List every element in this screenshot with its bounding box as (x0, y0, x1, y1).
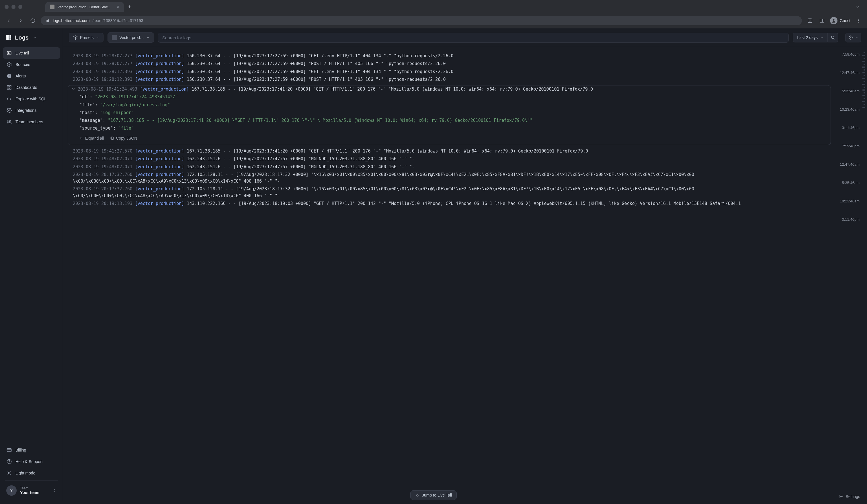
json-key: "dt": (79, 94, 92, 99)
json-field[interactable]: "file": "/var/log/nginx/access.log" (68, 101, 831, 109)
json-value: "167.71.38.185 - - [19/Aug/2023:17:41:20… (108, 118, 533, 123)
svg-rect-12 (7, 88, 9, 89)
timeline-label: 5:35:46am (842, 89, 859, 93)
chevron-down-icon (855, 36, 858, 39)
browser-tab[interactable]: Vector production | Better Stac… × (45, 2, 124, 12)
json-field[interactable]: "host": "log-shipper" (68, 109, 831, 117)
timeline-label: 12:47:46am (840, 71, 859, 75)
sidebar-item-team-members[interactable]: Team members (3, 116, 60, 128)
copy-json-button[interactable]: Copy JSON (110, 135, 137, 142)
close-window-icon[interactable] (4, 5, 9, 9)
json-field[interactable]: "message": "167.71.38.185 - - [19/Aug/20… (68, 117, 831, 125)
forward-button[interactable] (17, 17, 25, 25)
time-range-button[interactable]: Last 2 days (793, 33, 828, 42)
json-field[interactable]: "dt": "2023-08-19T17:41:24.493345142Z" (68, 93, 831, 101)
tab-bar: Vector production | Better Stac… × + (0, 0, 867, 14)
install-app-icon[interactable] (806, 17, 814, 25)
chevron-down-icon (33, 35, 37, 40)
log-line[interactable]: 2023-08-19 20:17:32.760 [vector_producti… (67, 171, 832, 185)
menu-icon[interactable] (854, 17, 863, 25)
sidebar-nav: Live tail Sources Alerts Dashboards Expl… (0, 45, 63, 443)
reload-button[interactable] (29, 17, 37, 25)
log-line[interactable]: 2023-08-19 19:41:27.570 [vector_producti… (67, 147, 832, 155)
chevron-down-icon (820, 36, 823, 39)
sidebar-item-alerts[interactable]: Alerts (3, 70, 60, 82)
search-button[interactable] (828, 33, 838, 42)
svg-point-23 (840, 496, 842, 497)
log-message: 162.243.151.6 - - [19/Aug/2023:17:47:57 … (186, 156, 415, 161)
log-line[interactable]: 2023-08-19 19:48:02.071 [vector_producti… (67, 155, 832, 163)
log-message: 143.110.222.166 - - [19/Aug/2023:18:19:0… (186, 201, 741, 206)
close-tab-icon[interactable]: × (117, 4, 119, 10)
team-avatar: Y (6, 485, 17, 496)
timeline-label: 12:47:46am (840, 162, 859, 167)
window-traffic-lights[interactable] (4, 5, 22, 9)
sidebar-item-light-mode[interactable]: Light mode (3, 467, 60, 479)
toolbar: Presets Vector prod… Last 2 days (63, 28, 867, 47)
log-source: [vector_production] (135, 69, 184, 74)
side-panel-icon[interactable] (818, 17, 826, 25)
log-source: [vector_production] (135, 53, 184, 58)
sidebar-item-live-tail[interactable]: Live tail (3, 47, 60, 59)
log-line[interactable]: 2023-08-19 19:48:02.071 [vector_producti… (67, 163, 832, 171)
sidebar-item-explore-sql[interactable]: Explore with SQL (3, 93, 60, 105)
log-line[interactable]: 2023-08-19 19:28:07.277 [vector_producti… (67, 60, 832, 68)
expand-all-button[interactable]: Expand all (79, 135, 104, 142)
jump-to-live-tail-button[interactable]: Jump to Live Tail (410, 490, 457, 500)
sidebar-item-label: Sources (15, 62, 30, 67)
log-timestamp: 2023-08-19 20:17:32.760 (73, 186, 132, 192)
timeline-label: 7:59:46pm (842, 52, 859, 56)
recent-queries-button[interactable] (845, 33, 861, 42)
source-selector[interactable]: Vector prod… (107, 32, 154, 43)
sidebar-item-help[interactable]: Help & Support (3, 456, 60, 467)
chevron-down-icon (96, 36, 99, 39)
log-source: [vector_production] (135, 172, 184, 177)
logo[interactable]: Logs (0, 30, 63, 45)
search-field[interactable] (162, 35, 784, 40)
tabs-overflow-icon[interactable] (856, 4, 860, 9)
search-input[interactable] (158, 33, 789, 43)
log-list[interactable]: 2023-08-19 19:28:07.277 [vector_producti… (63, 47, 835, 502)
log-line[interactable]: 2023-08-19 20:19:13.193 [vector_producti… (67, 200, 832, 207)
team-switcher[interactable]: Y Team Your team (3, 482, 60, 498)
settings-button[interactable]: Settings (839, 494, 860, 499)
log-source: [vector_production] (135, 77, 184, 82)
log-line[interactable]: 2023-08-19 20:17:32.760 [vector_producti… (67, 185, 832, 200)
svg-point-14 (9, 110, 10, 111)
json-field[interactable]: "source_type": "file" (68, 125, 831, 132)
avatar-icon (830, 17, 837, 24)
browser-chrome: Vector production | Better Stac… × + log… (0, 0, 867, 28)
log-source: [vector_production] (135, 156, 184, 161)
url-input[interactable]: logs.betterstack.com/team/138301/tail?s=… (41, 16, 802, 25)
log-timestamp: 2023-08-19 19:48:02.071 (73, 164, 132, 169)
timeline-label: 7:59:46pm (842, 144, 859, 148)
sidebar-item-sources[interactable]: Sources (3, 59, 60, 70)
sidebar: Logs Live tail Sources Alerts Dashboards (0, 28, 63, 502)
minimize-window-icon[interactable] (11, 5, 15, 9)
log-source: [vector_production] (135, 201, 184, 206)
json-key: "source_type": (79, 126, 116, 131)
sidebar-item-integrations[interactable]: Integrations (3, 105, 60, 116)
chevron-down-icon[interactable] (72, 87, 75, 91)
log-line-expanded[interactable]: 2023-08-19 19:41:24.493 [vector_producti… (68, 85, 831, 145)
svg-rect-11 (10, 85, 11, 87)
new-tab-button[interactable]: + (128, 4, 131, 10)
app-root: Logs Live tail Sources Alerts Dashboards (0, 28, 867, 502)
log-line[interactable]: 2023-08-19 19:28:07.277 [vector_producti… (67, 52, 832, 60)
users-icon (6, 119, 12, 125)
code-icon (6, 96, 12, 102)
sidebar-item-billing[interactable]: Billing (3, 444, 60, 456)
sidebar-item-dashboards[interactable]: Dashboards (3, 82, 60, 93)
profile-button[interactable]: Guest (830, 17, 850, 24)
presets-button[interactable]: Presets (69, 33, 104, 42)
expanded-actions: Expand all Copy JSON (68, 132, 831, 142)
url-domain: logs.betterstack.com (53, 18, 89, 23)
timeline[interactable]: 7:59:46pm12:47:46am5:35:46am10:23:46am3:… (835, 47, 867, 502)
log-line[interactable]: 2023-08-19 19:41:24.493 [vector_producti… (68, 85, 831, 93)
svg-rect-10 (7, 85, 9, 87)
maximize-window-icon[interactable] (18, 5, 22, 9)
svg-point-19 (8, 472, 10, 474)
log-line[interactable]: 2023-08-19 19:28:12.393 [vector_producti… (67, 68, 832, 76)
back-button[interactable] (4, 17, 13, 25)
log-line[interactable]: 2023-08-19 19:28:12.393 [vector_producti… (67, 76, 832, 83)
